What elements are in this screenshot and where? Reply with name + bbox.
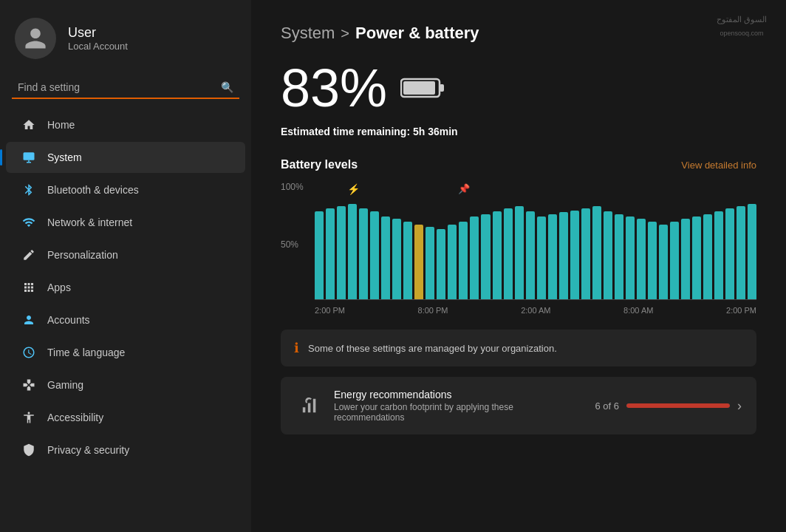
avatar [15,18,56,59]
bar-33 [681,219,690,299]
y-label-100: 100% [281,182,304,192]
svg-rect-6 [440,84,444,92]
estimated-label: Estimated time remaining: [281,126,410,137]
user-info: User Local Account [68,25,128,52]
bar-38 [737,206,745,299]
home-icon [21,117,37,133]
system-icon [21,149,37,166]
sidebar-item-label: Gaming [47,379,83,391]
time-label-3: 8:00 AM [623,306,653,315]
bar-13 [459,222,468,299]
sidebar-item-accounts[interactable]: Accounts [6,304,245,335]
estimated-time: Estimated time remaining: 5h 36min [281,126,756,137]
time-icon [21,344,37,361]
sidebar-item-label: Personalization [47,249,118,261]
bar-25 [592,206,601,299]
sidebar-item-gaming[interactable]: Gaming [6,369,245,400]
sidebar-item-bluetooth[interactable]: Bluetooth & devices [6,174,245,205]
time-label-0: 2:00 PM [315,306,345,315]
sidebar: User Local Account 🔍 Home System Bluetoo… [0,0,251,532]
chart-bars [315,182,756,300]
bar-4 [359,208,368,299]
sidebar-item-network[interactable]: Network & internet [6,207,245,238]
breadcrumb: System > Power & battery [281,24,756,43]
sidebar-item-home[interactable]: Home [6,109,245,140]
bar-26 [604,211,612,299]
sidebar-item-personalization[interactable]: Personalization [6,239,245,270]
bar-6 [381,216,390,299]
svg-rect-0 [24,152,35,160]
bar-20 [537,216,546,299]
bar-8 [403,222,412,299]
user-name: User [68,25,128,41]
sidebar-item-privacy[interactable]: Privacy & security [6,434,245,466]
privacy-icon [21,442,37,458]
bar-3 [348,204,357,299]
bar-9 [414,225,423,299]
sidebar-item-accessibility[interactable]: Accessibility [6,402,245,433]
battery-levels-header: Battery levels View detailed info [281,158,756,171]
breadcrumb-sep: > [341,25,349,42]
bar-7 [392,219,401,299]
personalization-icon [21,247,37,263]
apps-icon [21,279,37,296]
sidebar-item-apps[interactable]: Apps [6,272,245,303]
energy-recommendations-card[interactable]: Energy recommendations Lower your carbon… [281,377,756,434]
battery-levels-title: Battery levels [281,158,358,171]
bar-23 [570,211,579,299]
bar-12 [448,225,457,299]
progress-bar [626,403,730,408]
search-input[interactable] [18,81,215,93]
sidebar-item-label: Apps [47,282,71,293]
bar-14 [470,216,479,299]
bar-5 [370,211,379,299]
bar-39 [748,204,756,299]
network-icon [21,214,37,231]
bar-15 [481,214,490,299]
bar-0 [315,211,324,299]
search-icon: 🔍 [221,81,233,93]
main-content: السوق المفتوح opensooq.com System > Powe… [251,0,786,532]
battery-display: 83% [281,58,756,118]
bar-24 [581,208,590,299]
sidebar-item-label: Time & language [47,347,125,358]
sidebar-item-time[interactable]: Time & language [6,337,245,368]
info-icon: ℹ [294,340,299,356]
bar-29 [637,219,646,299]
bar-16 [493,211,502,299]
nav-list: Home System Bluetooth & devices Network … [0,108,251,532]
bar-10 [426,227,434,299]
energy-card-title: Energy recommendations [334,389,583,400]
view-detail-link[interactable]: View detailed info [681,160,756,171]
bar-17 [504,208,513,299]
sidebar-item-system[interactable]: System [6,142,245,173]
chevron-right-icon: › [737,398,742,414]
energy-card-subtitle: Lower your carbon footprint by applying … [334,402,583,423]
svg-rect-7 [403,81,435,95]
bar-1 [326,208,335,299]
progress-bar-fill [626,403,730,408]
breadcrumb-current: Power & battery [355,24,479,43]
breadcrumb-parent[interactable]: System [281,24,335,43]
gaming-icon [21,377,37,393]
y-label-50: 50% [281,239,304,250]
bar-22 [559,212,568,299]
bar-11 [437,229,445,299]
watermark: السوق المفتوح opensooq.com [705,7,779,47]
bar-32 [670,222,679,299]
bar-28 [626,216,635,299]
svg-text:opensooq.com: opensooq.com [720,30,763,37]
search-bar[interactable]: 🔍 [12,77,239,99]
sidebar-item-label: Home [47,119,75,131]
bar-37 [725,208,734,299]
sidebar-item-label: Privacy & security [47,444,129,456]
bar-30 [648,222,657,299]
sidebar-item-label: Accessibility [47,412,103,423]
sidebar-item-label: Accounts [47,314,90,326]
info-banner: ℹ Some of these settings are managed by … [281,330,756,366]
info-banner-text: Some of these settings are managed by yo… [308,343,557,354]
svg-text:السوق المفتوح: السوق المفتوح [717,15,767,24]
chart-y-labels: 100% 50% [281,182,304,300]
bar-19 [526,211,535,299]
battery-percent-value: 83% [281,58,387,118]
